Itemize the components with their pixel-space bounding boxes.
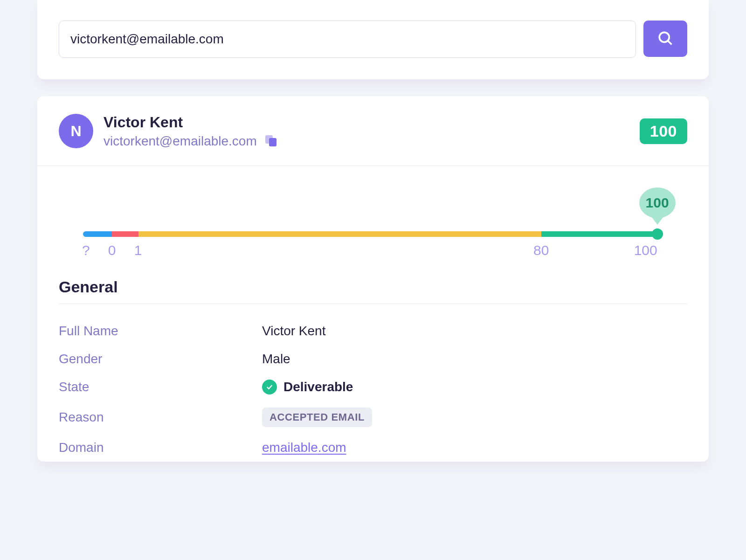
- value-state: Deliverable: [283, 380, 353, 394]
- slider-marker: [652, 228, 663, 240]
- slider-tick: 80: [533, 242, 549, 258]
- label-full-name: Full Name: [59, 324, 262, 339]
- label-state: State: [59, 380, 262, 394]
- domain-link[interactable]: emailable.com: [262, 440, 346, 455]
- slider-track: [83, 231, 663, 237]
- person-email: victorkent@emailable.com: [104, 134, 257, 149]
- result-card: N Victor Kent victorkent@emailable.com 1…: [37, 96, 709, 462]
- value-full-name: Victor Kent: [262, 324, 325, 339]
- person-name: Victor Kent: [104, 114, 277, 131]
- row-gender: Gender Male: [59, 345, 687, 373]
- label-reason: Reason: [59, 410, 262, 425]
- slider-tick: 0: [108, 242, 116, 258]
- row-reason: Reason ACCEPTED EMAIL: [59, 401, 687, 434]
- value-gender: Male: [262, 352, 290, 366]
- reason-tag: ACCEPTED EMAIL: [262, 408, 372, 427]
- score-badge: 100: [640, 118, 687, 144]
- row-state: State Deliverable: [59, 373, 687, 401]
- search-icon: [657, 30, 674, 48]
- slider-tick: 1: [134, 242, 142, 258]
- label-gender: Gender: [59, 352, 262, 366]
- check-circle-icon: [262, 380, 277, 394]
- row-domain: Domain emailable.com: [59, 434, 687, 462]
- score-bubble: 100: [639, 187, 676, 218]
- email-search-input[interactable]: [59, 21, 636, 58]
- avatar: N: [59, 114, 93, 148]
- result-header: N Victor Kent victorkent@emailable.com 1…: [37, 96, 709, 166]
- row-full-name: Full Name Victor Kent: [59, 317, 687, 345]
- section-title-general: General: [59, 278, 687, 296]
- svg-point-0: [659, 32, 669, 42]
- slider-tick: 100: [634, 242, 657, 258]
- svg-line-1: [668, 41, 672, 45]
- slider-tick: ?: [82, 242, 90, 258]
- search-card: [37, 0, 709, 79]
- copy-icon[interactable]: [265, 135, 277, 147]
- divider: [59, 304, 687, 304]
- label-domain: Domain: [59, 440, 262, 455]
- score-slider: 100 ?0180100: [83, 187, 663, 262]
- search-button[interactable]: [643, 21, 687, 57]
